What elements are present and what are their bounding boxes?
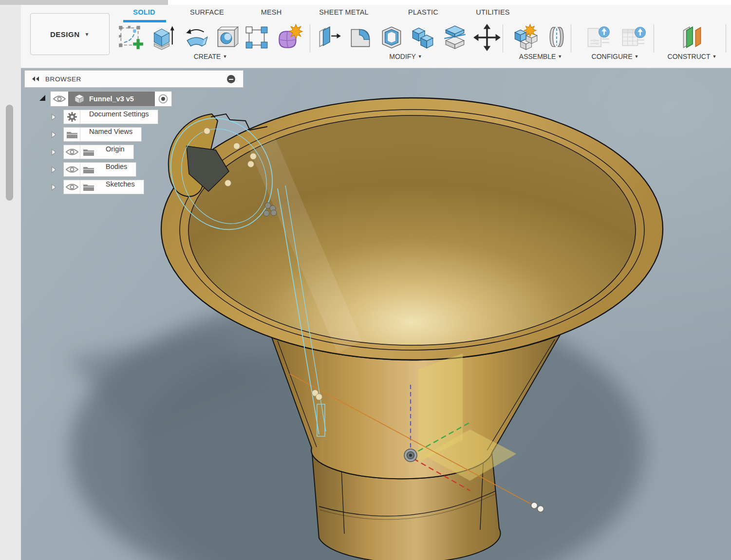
configuration-table-icon[interactable] xyxy=(619,23,647,52)
configuration-icon[interactable] xyxy=(584,23,612,52)
configure-group-dropdown[interactable]: CONFIGURE▼ xyxy=(592,53,639,60)
expand-caret-icon[interactable] xyxy=(51,131,56,140)
move-copy-icon[interactable] xyxy=(473,23,501,52)
chevron-down-icon: ▼ xyxy=(558,54,562,59)
browser-item-label: Named Views xyxy=(80,128,141,141)
browser-item-label: Bodies xyxy=(97,163,136,176)
left-rail xyxy=(0,5,21,560)
folder-icon xyxy=(80,163,97,176)
eye-icon[interactable] xyxy=(64,180,80,194)
browser-panel-header: BROWSER xyxy=(24,70,244,88)
fillet-icon[interactable] xyxy=(346,23,375,52)
assemble-group-dropdown[interactable]: ASSEMBLE▼ xyxy=(519,53,562,60)
expand-caret-icon[interactable] xyxy=(51,184,56,193)
construct-group-dropdown[interactable]: CONSTRUCT▼ xyxy=(668,53,717,60)
construct-group-label: CONSTRUCT xyxy=(668,53,711,60)
press-pull-icon[interactable] xyxy=(315,23,343,52)
design-workspace-label: DESIGN xyxy=(50,30,80,38)
tab-surface[interactable]: SURFACE xyxy=(190,8,224,16)
browser-item-bodies[interactable]: Bodies xyxy=(63,162,136,177)
active-tab-underline xyxy=(123,20,166,22)
root-component-label: Funnel_v3 v5 xyxy=(89,95,134,103)
create-form-icon[interactable] xyxy=(275,23,303,52)
browser-item-named-views[interactable]: Named Views xyxy=(63,127,142,142)
browser-item-label: Sketches xyxy=(97,180,144,194)
folder-icon xyxy=(80,145,97,159)
chevron-down-icon: ▼ xyxy=(223,54,227,59)
browser-item-label: Origin xyxy=(97,145,133,159)
chevron-down-icon: ▼ xyxy=(85,32,90,37)
toolbar-divider xyxy=(503,24,503,53)
component-cube-icon xyxy=(74,93,85,104)
expand-caret-icon[interactable] xyxy=(51,166,56,175)
root-selected-block[interactable]: Funnel_v3 v5 xyxy=(68,92,155,106)
create-group-label: CREATE xyxy=(194,53,221,60)
chevron-down-icon: ▼ xyxy=(418,54,422,59)
activate-component-radio[interactable] xyxy=(155,92,171,106)
browser-item-label: Document Settings xyxy=(80,110,158,124)
collapse-browser-icon[interactable] xyxy=(32,76,39,82)
window-top-strip xyxy=(0,0,168,5)
folder-icon xyxy=(64,128,80,141)
eye-icon[interactable] xyxy=(51,92,68,106)
browser-item-sketches[interactable]: Sketches xyxy=(63,180,144,194)
hole-icon[interactable] xyxy=(213,23,241,52)
eye-icon[interactable] xyxy=(64,163,80,176)
expand-caret-icon[interactable] xyxy=(51,113,56,123)
origin-marker[interactable] xyxy=(404,449,417,462)
extrude-icon[interactable] xyxy=(148,23,176,52)
eye-icon[interactable] xyxy=(64,145,80,159)
modify-group-label: MODIFY xyxy=(389,53,415,60)
gear-icon xyxy=(64,110,80,124)
tab-utilities[interactable]: UTILITIES xyxy=(476,8,509,16)
configure-group-label: CONFIGURE xyxy=(592,53,633,60)
chevron-down-icon: ▼ xyxy=(635,54,639,59)
browser-panel-title: BROWSER xyxy=(45,75,81,83)
browser-item-document-settings[interactable]: Document Settings xyxy=(63,110,158,124)
combine-icon[interactable] xyxy=(409,23,437,52)
tab-plastic[interactable]: PLASTIC xyxy=(408,8,438,16)
toolbar-divider xyxy=(310,24,310,53)
split-body-icon[interactable] xyxy=(441,23,469,52)
app-window: DESIGN ▼ SOLID SURFACE MESH SHEET METAL … xyxy=(0,0,731,560)
viewport-canvas[interactable] xyxy=(21,68,731,560)
root-expand-triangle[interactable] xyxy=(38,94,46,104)
folder-icon xyxy=(80,180,97,194)
tab-solid[interactable]: SOLID xyxy=(133,8,155,16)
chevron-down-icon: ▼ xyxy=(712,54,716,59)
create-group-dropdown[interactable]: CREATE▼ xyxy=(194,53,227,60)
browser-root-component[interactable]: Funnel_v3 v5 xyxy=(50,91,172,107)
ribbon-toolbar: DESIGN ▼ SOLID SURFACE MESH SHEET METAL … xyxy=(21,5,731,68)
revolve-icon[interactable] xyxy=(182,23,210,52)
joint-icon[interactable] xyxy=(543,23,571,52)
left-scrollbar[interactable] xyxy=(6,105,13,201)
assemble-group-label: ASSEMBLE xyxy=(519,53,556,60)
tab-sheet-metal[interactable]: SHEET METAL xyxy=(319,8,369,16)
minus-circle-icon[interactable] xyxy=(227,75,235,83)
shell-icon[interactable] xyxy=(377,23,406,52)
toolbar-divider xyxy=(571,24,571,53)
construction-plane-icon[interactable] xyxy=(677,23,706,52)
expand-caret-icon[interactable] xyxy=(51,149,56,158)
design-workspace-button[interactable]: DESIGN ▼ xyxy=(30,13,110,55)
tab-mesh[interactable]: MESH xyxy=(261,8,282,16)
toolbar-divider xyxy=(654,24,654,53)
rectangular-pattern-icon[interactable] xyxy=(243,23,271,52)
toolbar-divider xyxy=(726,24,726,53)
modify-group-dropdown[interactable]: MODIFY▼ xyxy=(389,53,422,60)
viewport-3d: BROWSER Funnel_v3 v5 xyxy=(21,68,731,560)
create-sketch-icon[interactable] xyxy=(116,23,145,52)
new-component-icon[interactable] xyxy=(511,23,539,52)
browser-item-origin[interactable]: Origin xyxy=(63,145,134,159)
